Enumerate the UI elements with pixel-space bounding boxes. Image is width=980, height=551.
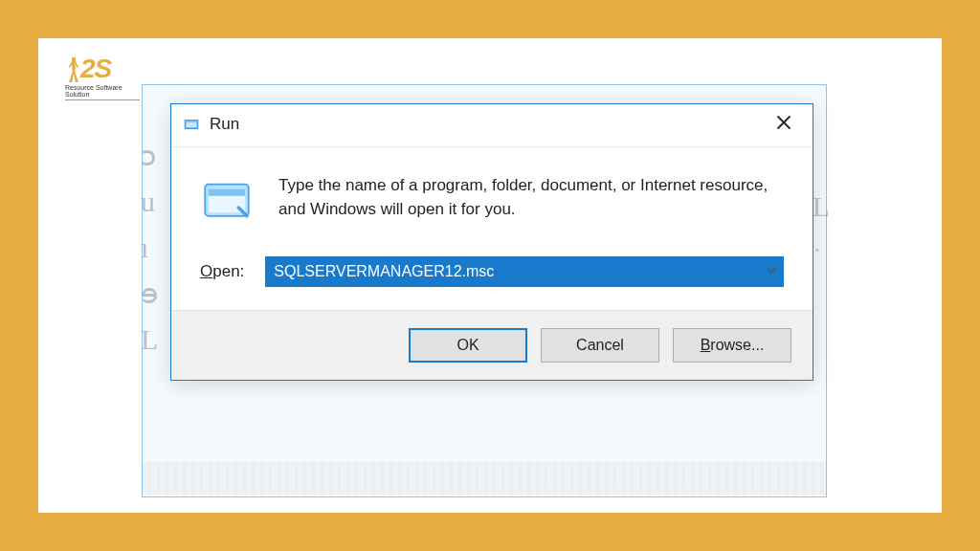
dialog-footer: OK Cancel Browse... [171, 310, 813, 380]
run-dialog: Run Type the name of a program, folder, … [170, 103, 813, 381]
run-icon [183, 116, 200, 133]
brand-logo: 2S Resource Software Solution [65, 55, 140, 100]
title-left: Run [183, 115, 239, 134]
browse-button[interactable]: Browse... [673, 328, 791, 363]
close-icon [776, 115, 791, 134]
brand-logo-tagline: Resource Software Solution [65, 84, 140, 100]
cancel-button[interactable]: Cancel [541, 328, 659, 363]
dialog-description: Type the name of a program, folder, docu… [278, 174, 784, 221]
brand-logo-mark: 2S [65, 55, 140, 82]
open-row: Open: [171, 253, 813, 310]
open-input[interactable] [265, 256, 784, 287]
ok-button[interactable]: OK [409, 328, 527, 363]
background-text-fuzz-right: L˙ [813, 181, 830, 284]
background-text-fuzz-left: ɔuıɘL [141, 133, 158, 363]
background-window-footer [143, 462, 826, 495]
open-label: Open: [200, 262, 244, 281]
dialog-body: Type the name of a program, folder, docu… [171, 147, 813, 253]
page-canvas: 2S Resource Software Solution ɔuıɘL L˙ R… [38, 38, 942, 513]
svg-rect-2 [186, 121, 196, 123]
close-button[interactable] [767, 110, 801, 139]
svg-rect-5 [209, 189, 246, 196]
dialog-title: Run [210, 115, 239, 134]
run-large-icon [200, 174, 254, 228]
open-combobox[interactable] [265, 256, 784, 287]
titlebar[interactable]: Run [171, 104, 813, 147]
